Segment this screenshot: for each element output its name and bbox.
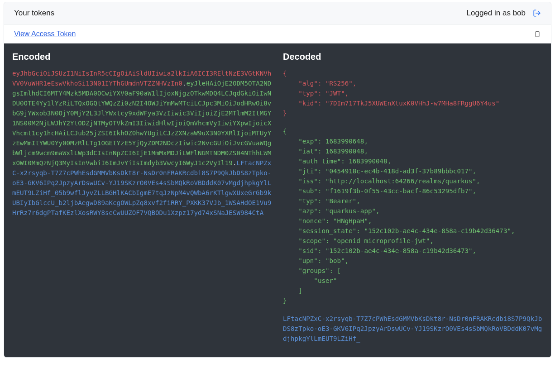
card-title: Your tokens (14, 9, 54, 18)
toolbar: View Access Token (4, 24, 551, 43)
decoded-payload-json: { "exp": 1683990648, "iat": 1683990048, … (283, 126, 543, 306)
svg-rect-1 (536, 32, 539, 37)
login-text: Logged in as bob (467, 9, 526, 18)
card-header: Your tokens Logged in as bob (4, 2, 551, 24)
decoded-signature-text: LFtacNPZxC-x2rsyqb-T7Z7cPWhEsdGMMVbKsDkt… (283, 314, 543, 344)
encoded-signature-part: LFtacNPZxC-x2rsyqb-T7Z7cPWhEsdGMMVbKsDkt… (12, 159, 271, 216)
view-access-token-link[interactable]: View Access Token (14, 30, 76, 38)
tokens-card: Your tokens Logged in as bob View Access… (4, 2, 551, 358)
clipboard-icon[interactable] (534, 30, 541, 38)
token-panel: Encoded eyJhbGciOiJSUzI1NiIsInR5cCIgOiAi… (4, 43, 551, 357)
svg-rect-2 (536, 31, 538, 32)
encoded-heading: Encoded (12, 52, 272, 62)
decoded-column: Decoded { "alg": "RS256", "typ": "JWT", … (283, 52, 543, 344)
decoded-heading: Decoded (283, 52, 543, 62)
encoded-column: Encoded eyJhbGciOiJSUzI1NiIsInR5cCIgOiAi… (12, 52, 272, 344)
login-block: Logged in as bob (467, 9, 541, 18)
encoded-payload-part: eyJleHAiOjE2ODM5OTA2NDgsImlhdCI6MTY4Mzk5… (12, 80, 271, 167)
encoded-token: eyJhbGciOiJSUzI1NiIsInR5cCIgOiAiSldUIiwi… (12, 68, 272, 218)
logout-icon[interactable] (533, 9, 541, 17)
decoded-header-json: { "alg": "RS256", "typ": "JWT", "kid": "… (283, 68, 543, 118)
